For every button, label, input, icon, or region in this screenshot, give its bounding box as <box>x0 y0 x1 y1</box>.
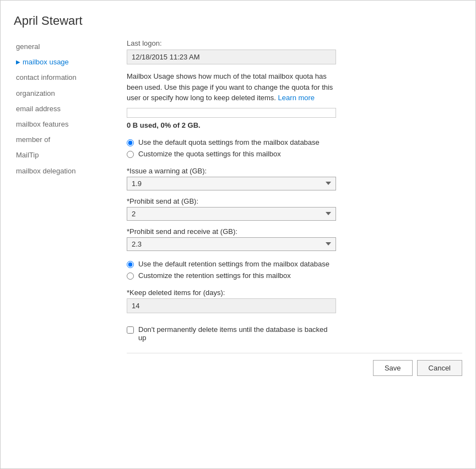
last-logon-value: 12/18/2015 11:23 AM <box>127 50 336 64</box>
arrow-icon: ▶ <box>16 58 20 66</box>
sidebar-item-email-address[interactable]: email address <box>14 101 110 117</box>
description: Mailbox Usage shows how much of the tota… <box>127 71 336 103</box>
prohibit-send-receive-select[interactable]: 2.3 <box>127 237 336 251</box>
dialog-container: April Stewart general ▶ mailbox usage co… <box>0 0 476 469</box>
keep-deleted-field: *Keep deleted items for (days): 14 <box>127 288 462 319</box>
retention-radio-option-2: Customize the retention settings for thi… <box>127 271 347 280</box>
sidebar-item-label-mailbox-usage: mailbox usage <box>23 57 69 67</box>
sidebar-item-label-mailbox-features: mailbox features <box>16 119 68 129</box>
retention-radio-group: Use the default retention settings from … <box>127 260 462 280</box>
sidebar-item-organization[interactable]: organization <box>14 86 110 101</box>
issue-warning-field: *Issue a warning at (GB): 1.9 <box>127 167 462 190</box>
sidebar-item-label-member-of: member of <box>16 135 50 145</box>
sidebar-item-mailtip[interactable]: MailTip <box>14 148 110 163</box>
sidebar-item-label-organization: organization <box>16 89 55 99</box>
quota-radio-customize[interactable] <box>127 151 134 158</box>
dialog-footer: Save Cancel <box>127 353 462 385</box>
quota-radio-customize-label: Customize the quota settings for this ma… <box>138 150 281 158</box>
keep-deleted-label: *Keep deleted items for (days): <box>127 288 462 297</box>
sidebar-item-mailbox-delegation[interactable]: mailbox delegation <box>14 163 110 179</box>
retention-radio-option-1: Use the default retention settings from … <box>127 260 347 268</box>
prohibit-send-field: *Prohibit send at (GB): 2 <box>127 197 462 221</box>
dialog-title: April Stewart <box>14 14 462 28</box>
retention-radio-default-label: Use the default retention settings from … <box>138 260 329 268</box>
sidebar-item-contact-information[interactable]: contact information <box>14 70 110 85</box>
cancel-button[interactable]: Cancel <box>417 360 462 376</box>
sidebar-item-label-mailbox-delegation: mailbox delegation <box>16 166 75 176</box>
last-logon-label: Last logon: <box>127 39 462 47</box>
quota-radio-default[interactable] <box>127 139 134 146</box>
prohibit-send-receive-label: *Prohibit send and receive at (GB): <box>127 227 462 236</box>
issue-warning-select[interactable]: 1.9 <box>127 177 336 190</box>
prohibit-send-label: *Prohibit send at (GB): <box>127 197 462 205</box>
main-content: Last logon: 12/18/2015 11:23 AM Mailbox … <box>116 39 462 468</box>
quota-radio-group: Use the default quota settings from the … <box>127 138 462 158</box>
sidebar-item-mailbox-features[interactable]: mailbox features <box>14 117 110 132</box>
sidebar-item-member-of[interactable]: member of <box>14 132 110 148</box>
quota-radio-option-1: Use the default quota settings from the … <box>127 138 347 146</box>
dont-delete-checkbox[interactable] <box>127 326 134 334</box>
quota-radio-default-label: Use the default quota settings from the … <box>138 138 320 146</box>
keep-deleted-input[interactable]: 14 <box>127 298 336 313</box>
retention-radio-default[interactable] <box>127 261 134 268</box>
dialog-body: general ▶ mailbox usage contact informat… <box>14 39 462 468</box>
prohibit-send-receive-field: *Prohibit send and receive at (GB): 2.3 <box>127 227 462 251</box>
sidebar-item-general[interactable]: general <box>14 39 110 54</box>
usage-text: 0 B used, 0% of 2 GB. <box>127 121 462 129</box>
usage-bar <box>127 108 336 118</box>
retention-radio-customize[interactable] <box>127 272 134 280</box>
learn-more-link[interactable]: Learn more <box>278 94 315 102</box>
issue-warning-label: *Issue a warning at (GB): <box>127 167 462 175</box>
dont-delete-option: Don't permanently delete items until the… <box>127 325 336 342</box>
prohibit-send-select[interactable]: 2 <box>127 207 336 221</box>
sidebar-item-label-general: general <box>16 42 40 52</box>
dont-delete-label: Don't permanently delete items until the… <box>138 325 336 342</box>
quota-radio-option-2: Customize the quota settings for this ma… <box>127 150 347 158</box>
sidebar-item-mailbox-usage[interactable]: ▶ mailbox usage <box>14 54 110 70</box>
sidebar-item-label-mailtip: MailTip <box>16 150 39 160</box>
sidebar-item-label-contact-information: contact information <box>16 73 77 83</box>
sidebar: general ▶ mailbox usage contact informat… <box>14 39 116 468</box>
sidebar-item-label-email-address: email address <box>16 104 61 114</box>
retention-radio-customize-label: Customize the retention settings for thi… <box>138 271 291 280</box>
save-button[interactable]: Save <box>373 360 413 376</box>
